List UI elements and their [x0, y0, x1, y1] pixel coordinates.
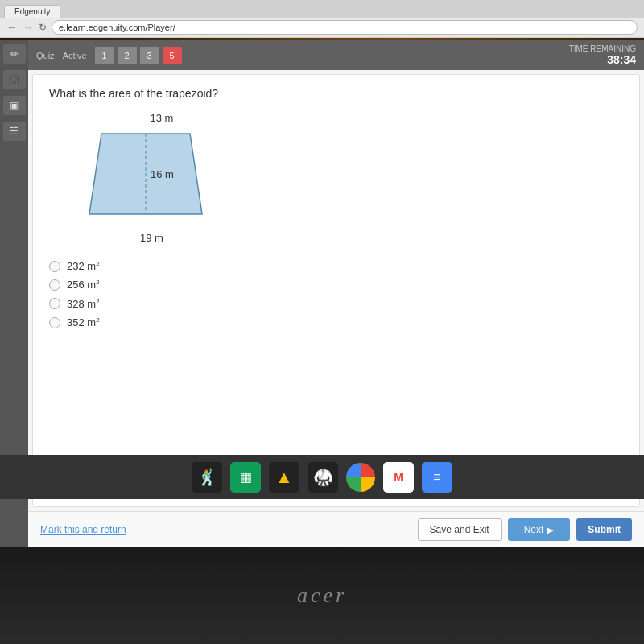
- choice-label-4: 352 m2: [67, 316, 100, 328]
- save-exit-button[interactable]: Save and Exit: [418, 518, 502, 541]
- notes-icon[interactable]: ☵: [3, 122, 26, 141]
- monitor-stand: acer: [0, 547, 644, 644]
- bottom-buttons: Save and Exit Next Submit: [418, 518, 632, 541]
- taskbar-docs-icon[interactable]: ≡: [422, 462, 452, 493]
- quiz-label: Quiz: [36, 51, 55, 60]
- taskbar-drive-icon[interactable]: ▲: [269, 462, 299, 493]
- radio-1[interactable]: [49, 261, 60, 272]
- address-input[interactable]: e.learn.edgenuity.com/Player/: [52, 20, 638, 35]
- forward-icon[interactable]: →: [23, 21, 34, 34]
- taskbar-chrome-icon[interactable]: [346, 463, 375, 492]
- choice-4[interactable]: 352 m2: [49, 316, 623, 328]
- choice-2[interactable]: 256 m2: [49, 279, 623, 291]
- calc-icon[interactable]: ▣: [3, 96, 26, 115]
- next-button[interactable]: Next: [508, 518, 571, 541]
- mark-return-link[interactable]: Mark this and return: [40, 524, 126, 535]
- question-tabs: 1 2 3 5: [95, 47, 182, 64]
- taskbar: 🕺 ▦ ▲ 🥋 M ≡: [0, 455, 644, 499]
- radio-4[interactable]: [49, 317, 60, 328]
- trapezoid-svg: 16 m: [49, 126, 242, 230]
- time-remaining-label: TIME REMAINING: [569, 44, 636, 53]
- status-label: Active: [63, 51, 87, 60]
- bottom-bar: Mark this and return Save and Exit Next …: [28, 511, 644, 547]
- radio-3[interactable]: [49, 298, 60, 309]
- tab-q3[interactable]: 3: [140, 47, 159, 64]
- taskbar-sheets-icon[interactable]: ▦: [230, 462, 261, 493]
- back-icon[interactable]: ←: [6, 21, 18, 34]
- tab-q2[interactable]: 2: [118, 47, 137, 64]
- question-text: What is the area of the trapezoid?: [49, 87, 623, 100]
- submit-button[interactable]: Submit: [576, 518, 632, 541]
- address-bar: ← → ↻ e.learn.edgenuity.com/Player/: [0, 18, 644, 37]
- tab-q5[interactable]: 5: [163, 47, 182, 64]
- bottom-label: 19 m: [49, 232, 242, 244]
- taskbar-gmail-icon[interactable]: M: [383, 462, 414, 493]
- choice-label-1: 232 m2: [67, 260, 100, 272]
- browser-chrome: Edgenuity ← → ↻ e.learn.edgenuity.com/Pl…: [0, 0, 644, 38]
- time-value: 38:34: [569, 53, 636, 66]
- tab-bar: Edgenuity: [0, 0, 644, 18]
- browser-tab[interactable]: Edgenuity: [4, 5, 60, 18]
- choice-3[interactable]: 328 m2: [49, 298, 623, 310]
- choice-label-3: 328 m2: [67, 298, 100, 310]
- top-label: 13 m: [49, 112, 242, 124]
- taskbar-karate-icon[interactable]: 🥋: [308, 462, 338, 493]
- taskbar-dance-icon[interactable]: 🕺: [192, 462, 222, 493]
- radio-2[interactable]: [49, 279, 60, 291]
- headphone-icon[interactable]: 🎧: [3, 70, 26, 89]
- answer-choices: 232 m2 256 m2 328 m2 352 m2: [49, 260, 623, 328]
- reload-icon[interactable]: ↻: [39, 22, 47, 33]
- trapezoid-diagram: 13 m 16 m 19 m: [49, 112, 242, 244]
- pencil-icon[interactable]: ✏: [3, 44, 26, 64]
- time-remaining: TIME REMAINING 38:34: [569, 44, 636, 66]
- choice-label-2: 256 m2: [67, 279, 100, 291]
- top-nav: Quiz Active 1 2 3 5 TIME REMAINING 38:34: [28, 40, 644, 70]
- tab-q1[interactable]: 1: [95, 47, 114, 64]
- svg-text:16 m: 16 m: [151, 168, 174, 180]
- quiz-area: What is the area of the trapezoid? 13 m …: [32, 74, 640, 507]
- acer-logo: acer: [297, 584, 347, 608]
- choice-1[interactable]: 232 m2: [49, 260, 623, 272]
